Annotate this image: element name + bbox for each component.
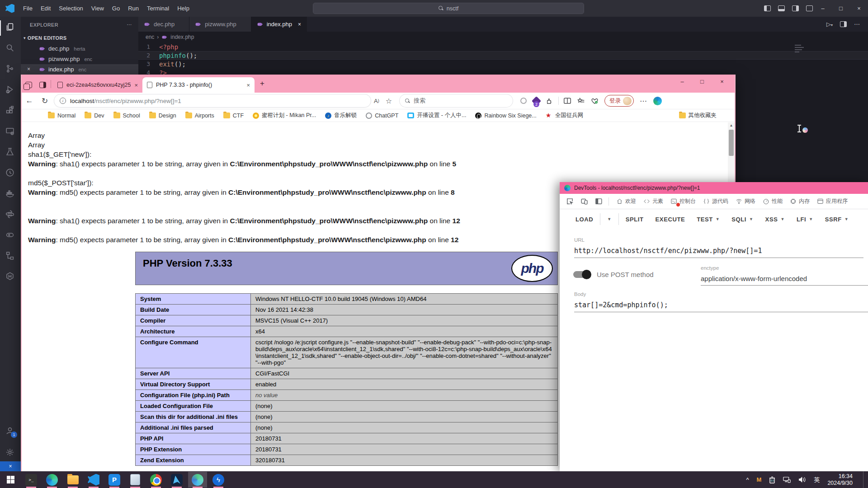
hackbar-xss-button[interactable]: XSS▼ <box>760 211 791 227</box>
taskbar-app-edge[interactable] <box>42 471 62 488</box>
toggle-sidebar-icon[interactable] <box>764 5 771 11</box>
enctype-field[interactable]: enctype application/x-www-form-urlencode… <box>701 265 868 286</box>
vscode-command-center[interactable]: nsctf <box>313 3 584 14</box>
taskbar-app-terminal[interactable]: >_ <box>21 471 42 488</box>
body-field-value[interactable]: star[]=2&cmd=phpinfo(); <box>574 301 868 312</box>
more-actions-button[interactable]: ⋯ <box>854 21 860 28</box>
tab-actions-icon[interactable] <box>39 82 46 88</box>
customize-layout-icon[interactable] <box>806 5 813 11</box>
hackbar-body-field[interactable]: Body star[]=2&cmd=phpinfo(); <box>574 291 868 312</box>
favorite-item[interactable]: Airports <box>185 113 214 119</box>
taskbar-app-wireshark[interactable] <box>166 471 187 488</box>
back-button[interactable]: ← <box>22 96 37 105</box>
menu-terminal[interactable]: Terminal <box>143 0 173 17</box>
run-button[interactable]: ▷▾ <box>826 21 833 28</box>
shopping-icon[interactable] <box>520 98 527 104</box>
show-desktop-button[interactable] <box>863 471 863 488</box>
more-options-icon[interactable]: ⋯ <box>640 97 647 105</box>
close-tab-icon[interactable]: × <box>134 82 138 89</box>
browser-maximize-button[interactable]: □ <box>692 75 712 88</box>
favorite-item[interactable]: School <box>113 113 140 119</box>
collections-icon[interactable] <box>577 98 585 104</box>
extensions-icon[interactable] <box>5 105 16 116</box>
split-screen-icon[interactable] <box>564 98 571 104</box>
explorer-icon[interactable] <box>5 22 16 33</box>
hackbar-test-button[interactable]: TEST▼ <box>691 211 726 227</box>
breadcrumb-folder[interactable]: enc <box>146 34 154 40</box>
wallet-icon[interactable]: 2 <box>533 98 540 104</box>
device-toolbar-icon[interactable] <box>578 196 590 207</box>
taskbar-app-chrome[interactable] <box>146 471 166 488</box>
devtools-tab-sources[interactable]: 源代码 <box>699 194 732 209</box>
menu-selection[interactable]: Selection <box>55 0 87 17</box>
hackbar-url-field[interactable]: URL http://localhost/nsctf/enc/pizwww.ph… <box>574 237 863 258</box>
taskbar-app-vscode[interactable] <box>83 471 104 488</box>
url-field-value[interactable]: http://localhost/nsctf/enc/pizwww.php/?n… <box>574 247 863 258</box>
split-editor-button[interactable] <box>840 21 847 27</box>
tray-chevron-icon[interactable]: ^ <box>746 476 749 483</box>
recycle-icon[interactable] <box>769 476 775 483</box>
tab-index.php[interactable]: index.php× <box>251 17 307 32</box>
open-editor-item-dec.php[interactable]: dec.phpherta <box>21 43 138 54</box>
run-and-debug-icon[interactable] <box>5 84 16 95</box>
code-line-3[interactable]: 3exit(); <box>138 60 868 68</box>
devtools-tab-application[interactable]: 应用程序 <box>813 194 851 209</box>
python-icon[interactable] <box>5 209 16 220</box>
tab-pizwww.php[interactable]: pizwww.php× <box>189 17 251 32</box>
network-icon[interactable] <box>783 476 791 483</box>
devtools-tab-home[interactable]: 欢迎 <box>613 194 640 209</box>
menu-edit[interactable]: Edit <box>37 0 55 17</box>
inspect-element-icon[interactable] <box>563 196 576 207</box>
browser-tab[interactable]: PHP 7.3.33 - phpinfo()× <box>142 77 255 93</box>
toggle-secondary-sidebar-icon[interactable] <box>792 5 799 11</box>
favorite-item[interactable]: Normal <box>48 113 75 119</box>
search-icon[interactable] <box>5 43 16 54</box>
close-tab-icon[interactable]: × <box>246 82 250 89</box>
binary-icon[interactable] <box>5 230 16 241</box>
hackbar-execute-button[interactable]: EXECUTE <box>650 211 691 227</box>
tab-dec.php[interactable]: dec.php× <box>138 17 189 32</box>
hackbar-load-button[interactable]: LOAD <box>570 211 599 227</box>
taskbar-app-edge-window[interactable] <box>187 471 208 488</box>
taskbar-app-phpstudy[interactable]: P <box>104 471 125 488</box>
toggle-panel-icon[interactable] <box>778 5 785 11</box>
breadcrumb[interactable]: enc › index.php <box>138 32 868 42</box>
explorer-more-icon[interactable]: ⋯ <box>127 22 132 28</box>
vscode-maximize-button[interactable]: □ <box>832 0 850 17</box>
copilot-icon[interactable] <box>653 97 662 105</box>
settings-gear-icon[interactable] <box>5 447 16 458</box>
minimap[interactable] <box>795 43 805 54</box>
remote-explorer-icon[interactable] <box>5 126 16 137</box>
open-editors-section[interactable]: ▾ OPEN EDITORS <box>21 33 138 43</box>
close-tab-icon[interactable]: × <box>298 21 301 28</box>
open-editor-item-pizwww.php[interactable]: pizwww.phpenc <box>21 54 138 64</box>
close-editor-icon[interactable]: × <box>27 66 30 72</box>
panel-layout-icon[interactable] <box>592 196 605 207</box>
menu-help[interactable]: Help <box>173 0 193 17</box>
testing-icon[interactable] <box>5 147 16 158</box>
ime-indicator[interactable]: 英 <box>814 476 820 484</box>
enctype-value[interactable]: application/x-www-form-urlencoded <box>701 275 868 286</box>
favorite-item[interactable]: Rainbow Six Siege... <box>475 113 536 119</box>
taskbar-app-notepad[interactable] <box>125 471 146 488</box>
mail-app-icon[interactable]: M <box>757 476 762 483</box>
menu-go[interactable]: Go <box>108 0 124 17</box>
post-method-toggle[interactable] <box>573 271 590 278</box>
menu-file[interactable]: File <box>19 0 37 17</box>
favorite-item[interactable]: 开播设置 - 个人中... <box>407 112 466 119</box>
favorite-item[interactable]: ♪音乐解锁 <box>325 112 357 119</box>
login-button[interactable]: 登录 <box>604 95 634 107</box>
browser-tab[interactable]: eci-2zea4sz6ovxxu4zyj250.cloude× <box>53 77 142 93</box>
address-bar[interactable]: i localhost/nsctf/enc/pizwww.php/?new[]=… <box>54 94 371 107</box>
vscode-close-button[interactable]: × <box>850 0 868 17</box>
favorite-item[interactable]: Design <box>149 113 176 119</box>
gitlens-icon[interactable] <box>5 168 16 178</box>
volume-icon[interactable] <box>798 476 806 483</box>
favorite-item[interactable]: 蜜柑计划 - Mikan Pr... <box>253 112 316 119</box>
hackbar-load-dropdown[interactable]: ▼ <box>601 211 618 227</box>
sidebar-search-box[interactable]: 搜索 <box>400 94 513 107</box>
devtools-tab-network[interactable]: 网络 <box>732 194 759 209</box>
favorite-star-icon[interactable]: ☆ <box>386 97 392 105</box>
vscode-minimize-button[interactable]: – <box>814 0 832 17</box>
hackbar-sqli-button[interactable]: SQLI▼ <box>726 211 759 227</box>
